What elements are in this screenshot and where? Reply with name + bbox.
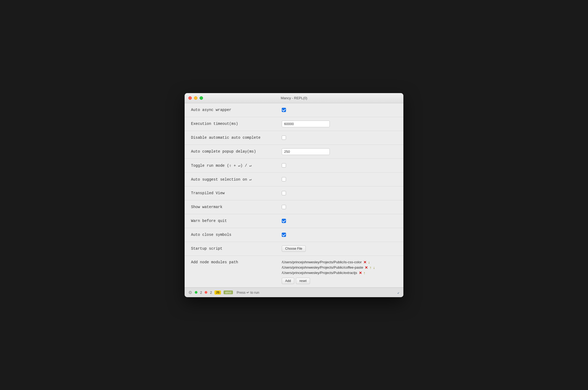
control-auto-async-wrapper [282,108,397,112]
remove-path-1-icon[interactable]: ✕ [365,265,368,270]
checkbox-show-watermark[interactable] [282,205,286,209]
choose-file-button[interactable]: Choose File [282,245,306,252]
close-button[interactable] [188,96,192,100]
control-startup-script: Choose File [282,245,397,252]
path-row-1: /Users/princejohnwesley/Projects/Public/… [282,265,375,270]
label-node-modules-path: Add node modules path [191,260,282,264]
path-row-0: /Users/princejohnwesley/Projects/Public/… [282,260,375,264]
row-execution-timeout: Execution timeout(ms) [185,117,403,131]
minimize-button[interactable] [194,96,197,100]
label-auto-close-symbols: Auto close symbols [191,233,282,237]
control-warn-before-quit [282,219,397,223]
input-execution-timeout[interactable] [282,121,330,127]
strict-badge: strict [224,290,233,294]
move-up-path-1-icon[interactable]: ↑ [370,265,371,270]
row-auto-suggest: Auto suggest selection on ↵ [185,173,403,186]
checkbox-auto-async-wrapper[interactable] [282,108,286,112]
run-hint-text: Press ↵ to run [237,290,259,295]
label-toggle-run-mode: Toggle run mode (⇧ + ↵) / ↵ [191,163,282,168]
label-auto-async-wrapper: Auto async wrapper [191,108,282,112]
label-transpiled-view: Transpiled View [191,191,282,195]
control-execution-timeout [282,121,397,127]
titlebar: Mancy - REPL(0) [185,93,403,103]
app-window: Mancy - REPL(0) Auto async wrapper Execu… [185,93,403,297]
maximize-button[interactable] [200,96,203,100]
settings-list: Auto async wrapper Execution timeout(ms)… [185,103,403,288]
statusbar: ⚙ 2 2 JS strict Press ↵ to run ↙ [185,288,403,297]
red-dot-icon [205,291,207,294]
path-row-2: /Users/princejohnwesley/Projects/Public/… [282,271,375,275]
traffic-lights [188,96,203,100]
move-up-path-2-icon[interactable]: ↑ [364,271,365,275]
checkbox-auto-close-symbols[interactable] [282,233,286,237]
checkbox-warn-before-quit[interactable] [282,219,286,223]
control-disable-autocomplete [282,136,397,140]
remove-path-0-icon[interactable]: ✕ [363,260,367,264]
window-title: Mancy - REPL(0) [281,96,307,100]
checkbox-toggle-run-mode[interactable] [282,163,286,168]
gear-icon: ⚙ [188,290,192,295]
move-down-path-1-icon[interactable]: ↓ [373,265,375,270]
settings-content: Auto async wrapper Execution timeout(ms)… [185,103,403,288]
green-count: 2 [200,290,202,295]
control-auto-close-symbols [282,233,397,237]
label-show-watermark: Show watermark [191,205,282,209]
row-startup-script: Startup script Choose File [185,242,403,256]
label-autocomplete-delay: Auto complete popup delay(ms) [191,149,282,154]
green-dot-icon [195,291,197,294]
path-text-1: /Users/princejohnwesley/Projects/Public/… [282,265,363,269]
label-startup-script: Startup script [191,246,282,251]
label-auto-suggest: Auto suggest selection on ↵ [191,177,282,182]
label-warn-before-quit: Warn before quit [191,219,282,223]
control-autocomplete-delay [282,148,397,155]
path-text-0: /Users/princejohnwesley/Projects/Public/… [282,260,362,264]
row-disable-autocomplete: Disable automatic auto complete [185,131,403,145]
label-execution-timeout: Execution timeout(ms) [191,122,282,126]
path-buttons: Add reset [282,278,375,284]
row-transpiled-view: Transpiled View [185,186,403,200]
checkbox-auto-suggest[interactable] [282,177,286,181]
control-transpiled-view [282,191,397,195]
row-toggle-run-mode: Toggle run mode (⇧ + ↵) / ↵ [185,159,403,173]
control-node-modules-path: /Users/princejohnwesley/Projects/Public/… [282,260,397,284]
reset-paths-button[interactable]: reset [296,278,310,284]
row-node-modules-path: Add node modules path /Users/princejohnw… [185,256,403,288]
control-auto-suggest [282,177,397,181]
row-autocomplete-delay: Auto complete popup delay(ms) [185,145,403,159]
row-auto-async-wrapper: Auto async wrapper [185,103,403,117]
control-show-watermark [282,205,397,209]
row-show-watermark: Show watermark [185,200,403,214]
paths-container: /Users/princejohnwesley/Projects/Public/… [282,260,375,284]
label-disable-autocomplete: Disable automatic auto complete [191,136,282,140]
input-autocomplete-delay[interactable] [282,148,330,155]
remove-path-2-icon[interactable]: ✕ [359,271,362,275]
row-auto-close-symbols: Auto close symbols [185,228,403,242]
row-warn-before-quit: Warn before quit [185,214,403,228]
js-badge: JS [214,290,221,295]
path-text-2: /Users/princejohnwesley/Projects/Public/… [282,271,357,275]
checkbox-disable-autocomplete[interactable] [282,136,286,140]
add-path-button[interactable]: Add [282,278,294,284]
control-toggle-run-mode [282,163,397,168]
checkbox-transpiled-view[interactable] [282,191,286,195]
terminal-icon: ↙ [398,290,400,295]
red-count: 2 [210,290,212,295]
move-down-path-0-icon[interactable]: ↓ [368,260,370,264]
